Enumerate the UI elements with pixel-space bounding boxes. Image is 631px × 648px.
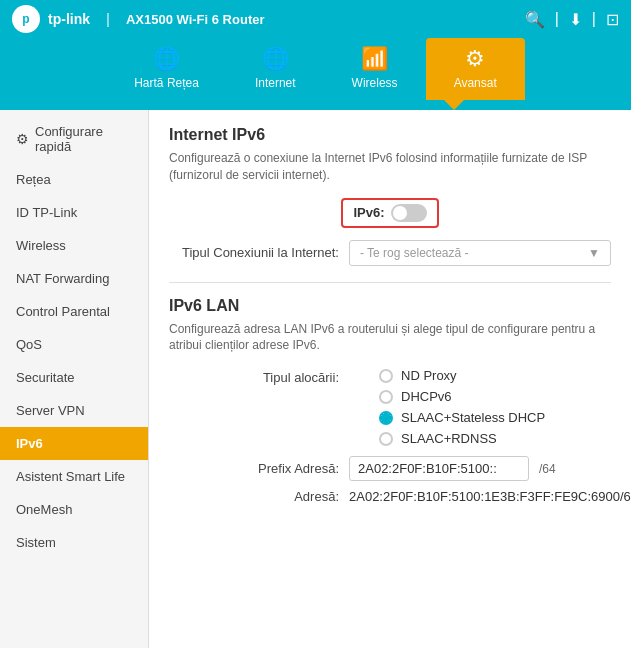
radio-dhcpv6-label: DHCPv6 bbox=[401, 389, 452, 404]
prefix-label: Prefix Adresă: bbox=[169, 461, 339, 476]
sidebar-item-retea-label: Rețea bbox=[16, 172, 51, 187]
logo-text: tp-link bbox=[48, 11, 90, 27]
sidebar-item-asistent-label: Asistent Smart Life bbox=[16, 469, 125, 484]
radio-slaac-rdnss[interactable]: SLAAC+RDNSS bbox=[379, 431, 545, 446]
content-area: Internet IPv6 Configurează o conexiune l… bbox=[149, 110, 631, 648]
radio-dhcpv6-circle bbox=[379, 390, 393, 404]
radio-group: ND Proxy DHCPv6 SLAAC+Stateless DHCP SLA… bbox=[379, 368, 545, 446]
connection-type-placeholder: - Te rog selectează - bbox=[360, 246, 469, 260]
radio-slaac-stateless-label: SLAAC+Stateless DHCP bbox=[401, 410, 545, 425]
sidebar-item-onemesh[interactable]: OneMesh bbox=[0, 493, 148, 526]
logo: p tp-link | AX1500 Wi-Fi 6 Router bbox=[12, 5, 265, 33]
sidebar-item-securitate[interactable]: Securitate bbox=[0, 361, 148, 394]
chevron-down-icon: ▼ bbox=[588, 246, 600, 260]
sidebar-item-ipv6[interactable]: IPv6 bbox=[0, 427, 148, 460]
ipv6-internet-title: Internet IPv6 bbox=[169, 126, 611, 144]
avansat-icon: ⚙ bbox=[465, 46, 485, 72]
ipv6-lan-title: IPv6 LAN bbox=[169, 297, 611, 315]
sidebar-item-sistem-label: Sistem bbox=[16, 535, 56, 550]
wireless-icon: 📶 bbox=[361, 46, 388, 72]
sidebar-item-qos-label: QoS bbox=[16, 337, 42, 352]
radio-slaac-rdnss-label: SLAAC+RDNSS bbox=[401, 431, 497, 446]
radio-dhcpv6[interactable]: DHCPv6 bbox=[379, 389, 545, 404]
download-icon[interactable]: ⬇ bbox=[569, 10, 582, 29]
sidebar-item-id-tp-link[interactable]: ID TP-Link bbox=[0, 196, 148, 229]
radio-nd-proxy-circle bbox=[379, 369, 393, 383]
nav-tabs: 🌐 Hartă Rețea 🌐 Internet 📶 Wireless ⚙ Av… bbox=[0, 38, 631, 100]
sidebar-item-sistem[interactable]: Sistem bbox=[0, 526, 148, 559]
ipv6-toggle-label: IPv6: bbox=[353, 205, 384, 220]
connection-type-select[interactable]: - Te rog selectează - ▼ bbox=[349, 240, 611, 266]
ipv6-lan-desc: Configurează adresa LAN IPv6 a routerulu… bbox=[169, 321, 611, 355]
tab-harta[interactable]: 🌐 Hartă Rețea bbox=[106, 38, 227, 100]
harta-icon: 🌐 bbox=[153, 46, 180, 72]
sidebar-item-nat-label: NAT Forwarding bbox=[16, 271, 109, 286]
main-layout: ⚙ Configurare rapidă Rețea ID TP-Link Wi… bbox=[0, 110, 631, 648]
radio-nd-proxy[interactable]: ND Proxy bbox=[379, 368, 545, 383]
sidebar-item-securitate-label: Securitate bbox=[16, 370, 75, 385]
sidebar-item-nat[interactable]: NAT Forwarding bbox=[0, 262, 148, 295]
sidebar-item-server-vpn-label: Server VPN bbox=[16, 403, 85, 418]
sidebar-item-id-tp-link-label: ID TP-Link bbox=[16, 205, 77, 220]
ipv6-internet-desc: Configurează o conexiune la Internet IPv… bbox=[169, 150, 611, 184]
separator: | bbox=[555, 10, 559, 28]
connection-type-label: Tipul Conexiunii la Internet: bbox=[169, 245, 339, 260]
nav-arrow bbox=[444, 100, 464, 110]
radio-slaac-rdnss-circle bbox=[379, 432, 393, 446]
separator2: | bbox=[592, 10, 596, 28]
tab-wireless[interactable]: 📶 Wireless bbox=[324, 38, 426, 100]
tab-harta-label: Hartă Rețea bbox=[134, 76, 199, 90]
header-divider: | bbox=[106, 11, 110, 27]
tab-internet[interactable]: 🌐 Internet bbox=[227, 38, 324, 100]
sidebar-item-control[interactable]: Control Parental bbox=[0, 295, 148, 328]
allocation-row: Tipul alocării: ND Proxy DHCPv6 SLAAC+St… bbox=[169, 368, 611, 446]
sidebar-item-wireless[interactable]: Wireless bbox=[0, 229, 148, 262]
prefix-value: 2A02:2F0F:B10F:5100:: bbox=[349, 456, 529, 481]
sidebar-item-server-vpn[interactable]: Server VPN bbox=[0, 394, 148, 427]
radio-nd-proxy-label: ND Proxy bbox=[401, 368, 457, 383]
sidebar-item-retea[interactable]: Rețea bbox=[0, 163, 148, 196]
ipv6-toggle-box: IPv6: bbox=[341, 198, 438, 228]
tab-wireless-label: Wireless bbox=[352, 76, 398, 90]
ipv6-toggle[interactable] bbox=[391, 204, 427, 222]
sidebar: ⚙ Configurare rapidă Rețea ID TP-Link Wi… bbox=[0, 110, 149, 648]
logout-icon[interactable]: ⊡ bbox=[606, 10, 619, 29]
sidebar-item-configurare[interactable]: ⚙ Configurare rapidă bbox=[0, 115, 148, 163]
logo-icon: p bbox=[12, 5, 40, 33]
prefix-row: Prefix Adresă: 2A02:2F0F:B10F:5100:: /64 bbox=[169, 456, 611, 481]
prefix-suffix: /64 bbox=[539, 462, 556, 476]
address-row: Adresă: 2A02:2F0F:B10F:5100:1E3B:F3FF:FE… bbox=[169, 489, 611, 504]
header: p tp-link | AX1500 Wi-Fi 6 Router 🔍 | ⬇ … bbox=[0, 0, 631, 38]
sidebar-item-wireless-label: Wireless bbox=[16, 238, 66, 253]
radio-slaac-stateless-circle bbox=[379, 411, 393, 425]
ipv6-internet-section: Internet IPv6 Configurează o conexiune l… bbox=[169, 126, 611, 266]
radio-slaac-stateless[interactable]: SLAAC+Stateless DHCP bbox=[379, 410, 545, 425]
sidebar-item-asistent[interactable]: Asistent Smart Life bbox=[0, 460, 148, 493]
header-icons: 🔍 | ⬇ | ⊡ bbox=[525, 10, 619, 29]
address-label: Adresă: bbox=[169, 489, 339, 504]
connection-type-row: Tipul Conexiunii la Internet: - Te rog s… bbox=[169, 240, 611, 266]
sidebar-item-configurare-label: Configurare rapidă bbox=[35, 124, 132, 154]
tab-internet-label: Internet bbox=[255, 76, 296, 90]
sidebar-item-control-label: Control Parental bbox=[16, 304, 110, 319]
search-icon[interactable]: 🔍 bbox=[525, 10, 545, 29]
section-divider bbox=[169, 282, 611, 283]
sidebar-item-onemesh-label: OneMesh bbox=[16, 502, 72, 517]
sidebar-item-qos[interactable]: QoS bbox=[0, 328, 148, 361]
ipv6-toggle-row: IPv6: bbox=[169, 198, 611, 228]
tab-avansat-label: Avansat bbox=[454, 76, 497, 90]
gear-icon: ⚙ bbox=[16, 131, 29, 147]
tab-avansat[interactable]: ⚙ Avansat bbox=[426, 38, 525, 100]
ipv6-lan-section: IPv6 LAN Configurează adresa LAN IPv6 a … bbox=[169, 297, 611, 505]
header-title: AX1500 Wi-Fi 6 Router bbox=[126, 12, 265, 27]
internet-icon: 🌐 bbox=[262, 46, 289, 72]
allocation-label: Tipul alocării: bbox=[169, 368, 339, 385]
sidebar-item-ipv6-label: IPv6 bbox=[16, 436, 43, 451]
address-value: 2A02:2F0F:B10F:5100:1E3B:F3FF:FE9C:6900/… bbox=[349, 489, 631, 504]
